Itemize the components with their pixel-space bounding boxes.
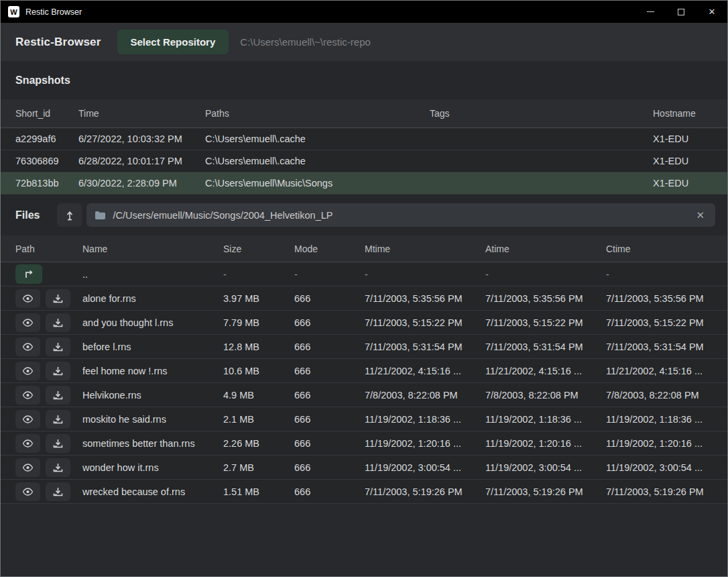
- file-name: wrecked because of.rns: [82, 486, 223, 497]
- eye-icon: [22, 367, 34, 375]
- preview-file-button[interactable]: [15, 482, 40, 501]
- file-mtime: -: [365, 269, 485, 280]
- download-file-button[interactable]: [46, 410, 70, 429]
- file-row: before l.rns 12.8 MB 666 7/11/2003, 5:31…: [1, 335, 727, 359]
- file-name: and you thought l.rns: [82, 317, 223, 328]
- repository-path: C:\Users\emuell\~\restic-repo: [240, 36, 371, 48]
- file-size: 2.7 MB: [223, 462, 294, 473]
- go-to-parent-button[interactable]: [57, 203, 82, 227]
- file-atime: 7/11/2003, 5:31:54 PM: [485, 342, 606, 352]
- clear-path-button[interactable]: ✕: [692, 209, 709, 221]
- app-header: Restic-Browser Select Repository C:\User…: [1, 23, 727, 61]
- eye-icon: [22, 391, 34, 399]
- download-icon: [53, 487, 63, 496]
- download-file-button[interactable]: [46, 362, 70, 380]
- files-section-header: Files /C/Users/emuell/Music/Songs/2004_H…: [1, 195, 727, 235]
- column-header-ctime: Ctime: [606, 244, 713, 254]
- file-ctime: 7/8/2003, 8:22:08 PM: [606, 390, 713, 401]
- download-icon: [53, 318, 63, 327]
- file-size: 2.1 MB: [223, 414, 294, 425]
- file-ctime: 11/19/2002, 1:20:16 ...: [606, 438, 713, 449]
- download-file-button[interactable]: [46, 482, 70, 501]
- file-atime: -: [485, 269, 606, 280]
- snapshot-hostname: X1-EDU: [653, 178, 713, 189]
- download-file-button[interactable]: [46, 313, 70, 332]
- file-size: 2.26 MB: [223, 438, 294, 449]
- file-name: wonder how it.rns: [82, 462, 223, 473]
- download-file-button[interactable]: [46, 458, 70, 477]
- column-header-atime: Atime: [485, 244, 606, 254]
- file-mode: 666: [294, 414, 365, 425]
- file-mtime: 7/11/2003, 5:19:26 PM: [365, 486, 485, 497]
- column-header-short-id: Short_id: [15, 108, 78, 119]
- preview-file-button[interactable]: [15, 386, 40, 405]
- download-file-button[interactable]: [46, 337, 70, 356]
- file-mtime: 7/11/2003, 5:31:54 PM: [365, 342, 485, 352]
- current-path-text: /C/Users/emuell/Music/Songs/2004_Helveti…: [113, 210, 692, 221]
- preview-file-button[interactable]: [15, 362, 40, 380]
- file-mtime: 11/19/2002, 1:18:36 ...: [365, 414, 485, 425]
- minimize-button[interactable]: [635, 1, 666, 23]
- file-size: 10.6 MB: [223, 366, 294, 376]
- preview-file-button[interactable]: [15, 458, 40, 477]
- files-table-body: .. - - - - -: [1, 262, 727, 576]
- column-header-time: Time: [78, 108, 205, 119]
- file-mtime: 7/8/2003, 8:22:08 PM: [365, 390, 485, 401]
- close-button[interactable]: ✕: [696, 1, 727, 23]
- download-icon: [53, 294, 63, 303]
- snapshot-paths: C:\Users\emuell\.cache: [205, 156, 430, 166]
- file-ctime: 11/19/2002, 1:18:36 ...: [606, 414, 713, 425]
- file-mtime: 11/19/2002, 1:20:16 ...: [365, 438, 485, 449]
- file-mode: 666: [294, 486, 365, 497]
- download-file-button[interactable]: [46, 386, 70, 405]
- file-ctime: 7/11/2003, 5:19:26 PM: [606, 486, 713, 497]
- files-title: Files: [15, 209, 40, 221]
- file-row: wonder how it.rns 2.7 MB 666 11/19/2002,…: [1, 456, 727, 480]
- file-mode: 666: [294, 462, 365, 473]
- file-atime: 7/8/2003, 8:22:08 PM: [485, 390, 606, 401]
- file-row: moskito he said.rns 2.1 MB 666 11/19/200…: [1, 407, 727, 431]
- current-path-bar[interactable]: /C/Users/emuell/Music/Songs/2004_Helveti…: [86, 203, 715, 227]
- snapshot-paths: C:\Users\emuell\.cache: [205, 134, 430, 144]
- preview-file-button[interactable]: [15, 434, 40, 453]
- file-name: feel home now !.rns: [82, 366, 223, 376]
- download-icon: [53, 463, 63, 472]
- download-file-button[interactable]: [46, 289, 70, 308]
- preview-file-button[interactable]: [15, 313, 40, 332]
- open-parent-directory-button[interactable]: [15, 264, 42, 284]
- download-file-button[interactable]: [46, 434, 70, 453]
- download-icon: [53, 366, 63, 376]
- file-mode: 666: [294, 390, 365, 401]
- snapshot-row[interactable]: 72b813bb 6/30/2022, 2:28:09 PM C:\Users\…: [1, 172, 727, 195]
- preview-file-button[interactable]: [15, 337, 40, 356]
- app-window: W Restic Browser ✕ Restic-Browser Select…: [0, 0, 728, 577]
- file-size: 3.97 MB: [223, 293, 294, 304]
- snapshot-time: 6/27/2022, 10:03:32 PM: [78, 134, 205, 144]
- maximize-button[interactable]: [666, 1, 696, 23]
- select-repository-button[interactable]: Select Repository: [117, 30, 229, 54]
- eye-icon: [22, 464, 34, 472]
- column-header-name: Name: [82, 244, 223, 254]
- file-name: alone for.rns: [82, 293, 223, 304]
- file-mode: 666: [294, 293, 365, 304]
- download-icon: [53, 439, 63, 448]
- folder-icon: [95, 211, 106, 220]
- file-mode: 666: [294, 342, 365, 352]
- file-name: moskito he said.rns: [82, 414, 223, 425]
- snapshot-row[interactable]: 76306869 6/28/2022, 10:01:17 PM C:\Users…: [1, 150, 727, 172]
- file-row: Helvikone.rns 4.9 MB 666 7/8/2003, 8:22:…: [1, 383, 727, 407]
- snapshot-row[interactable]: a2299af6 6/27/2022, 10:03:32 PM C:\Users…: [1, 128, 727, 150]
- snapshots-title: Snapshots: [15, 74, 70, 87]
- eye-icon: [22, 415, 34, 423]
- preview-file-button[interactable]: [15, 410, 40, 429]
- file-row: alone for.rns 3.97 MB 666 7/11/2003, 5:3…: [1, 286, 727, 311]
- close-icon: ✕: [709, 7, 716, 16]
- title-bar[interactable]: W Restic Browser ✕: [1, 1, 727, 23]
- file-mtime: 7/11/2003, 5:15:22 PM: [365, 317, 485, 328]
- file-rows-container: alone for.rns 3.97 MB 666 7/11/2003, 5:3…: [1, 286, 727, 504]
- file-mtime: 7/11/2003, 5:35:56 PM: [365, 293, 485, 304]
- file-ctime: 11/21/2002, 4:15:16 ...: [606, 366, 713, 376]
- file-atime: 11/21/2002, 4:15:16 ...: [485, 366, 606, 376]
- preview-file-button[interactable]: [15, 289, 40, 308]
- file-mtime: 11/19/2002, 3:00:54 ...: [365, 462, 485, 473]
